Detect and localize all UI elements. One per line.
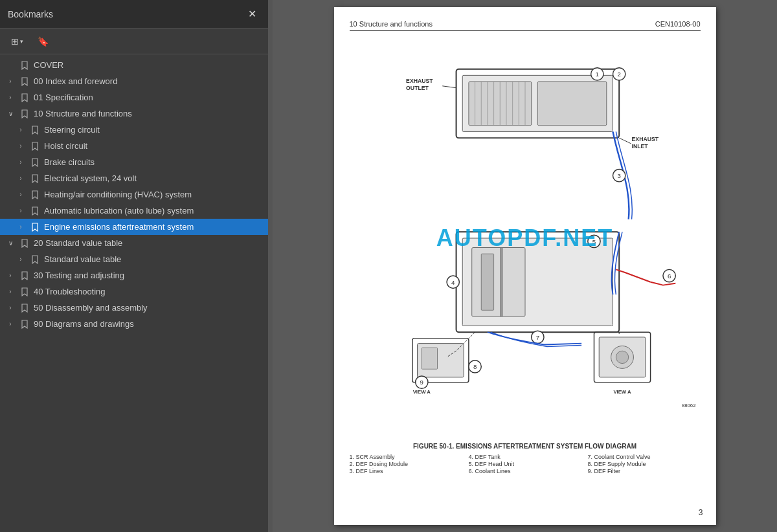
bottom-unit: 4 5 6 xyxy=(447,232,675,332)
page-header: 10 Structure and functions CEN10108-00 xyxy=(350,20,701,31)
svg-text:INLET: INLET xyxy=(631,143,648,150)
sidebar-toolbar: ⊞ ▾ 🔖 xyxy=(0,28,268,54)
bookmark-marker-icon xyxy=(19,77,30,86)
bookmark-item-10-structure[interactable]: ∨ 10 Structure and functions xyxy=(0,105,268,122)
svg-text:EXHAUST: EXHAUST xyxy=(631,136,659,142)
bookmark-item-emissions[interactable]: › Engine emissions aftertreatment system xyxy=(0,219,268,235)
svg-text:1: 1 xyxy=(595,71,598,78)
svg-point-42 xyxy=(616,351,628,363)
page-container: 10 Structure and functions CEN10108-00 xyxy=(273,0,777,532)
expand-arrow-icon: › xyxy=(16,191,26,198)
bookmark-label: 90 Diagrams and drawings xyxy=(34,319,263,329)
page-header-title: 10 Structure and functions xyxy=(350,20,433,28)
document-page: 10 Structure and functions CEN10108-00 xyxy=(334,7,716,525)
bookmark-label: Heating/air conditioning (HVAC) system xyxy=(44,190,263,199)
svg-text:EXHAUST: EXHAUST xyxy=(406,78,433,84)
bookmark-marker-icon xyxy=(30,255,40,264)
bookmark-item-electrical[interactable]: › Electrical system, 24 volt xyxy=(0,170,268,186)
expand-arrow-icon: › xyxy=(5,304,16,311)
svg-rect-27 xyxy=(471,248,524,316)
dropdown-arrow-icon: ▾ xyxy=(20,38,23,45)
legend-item: 5. DEF Head Unit xyxy=(469,461,581,467)
bookmark-list: COVER› 00 Index and foreword› 01 Specifi… xyxy=(0,54,268,532)
expand-arrow-icon: ∨ xyxy=(5,239,16,247)
svg-line-19 xyxy=(442,86,456,88)
bookmark-label: 50 Disassembly and assembly xyxy=(34,303,263,313)
bookmark-label: Automatic lubrication (auto lube) system xyxy=(44,206,263,216)
bookmark-marker-icon xyxy=(19,271,30,280)
top-unit: 1 2 EXHAUST OUTLET EXHAUST INLET xyxy=(406,68,659,219)
page-number: 3 xyxy=(699,508,703,517)
diagram-svg: 1 2 EXHAUST OUTLET EXHAUST INLET xyxy=(350,38,701,439)
expand-arrow-icon: › xyxy=(5,78,16,85)
expand-arrow-icon: › xyxy=(5,320,16,327)
bookmark-item-hoist[interactable]: › Hoist circuit xyxy=(0,138,268,154)
svg-rect-38 xyxy=(422,348,437,369)
bookmark-label: 01 Specification xyxy=(34,93,263,102)
bookmark-marker-icon xyxy=(19,93,30,102)
view-toggle-button[interactable]: ⊞ ▾ xyxy=(6,34,28,49)
bookmark-marker-icon xyxy=(30,158,40,167)
sidebar-title: Bookmarks xyxy=(8,9,53,19)
bookmark-icon: 🔖 xyxy=(38,36,49,47)
figure-legend: 1. SCR Assembly4. DEF Tank7. Coolant Con… xyxy=(350,454,701,474)
bookmark-label: 20 Standard value table xyxy=(34,238,263,248)
bookmark-label: Engine emissions aftertreatment system xyxy=(44,222,263,232)
bookmark-label: Brake circuits xyxy=(44,157,263,167)
bookmark-item-autolube[interactable]: › Automatic lubrication (auto lube) syst… xyxy=(0,203,268,219)
svg-rect-3 xyxy=(537,82,606,126)
svg-rect-28 xyxy=(481,254,493,310)
bookmark-item-40-trouble[interactable]: › 40 Troubleshooting xyxy=(0,283,268,300)
bookmark-item-brake[interactable]: › Brake circuits xyxy=(0,154,268,170)
bookmark-item-steering[interactable]: › Steering circuit xyxy=(0,122,268,138)
bookmark-marker-icon xyxy=(30,223,40,232)
bookmark-label: 00 Index and foreword xyxy=(34,76,263,86)
sidebar-header: Bookmarks ✕ xyxy=(0,0,268,28)
bookmark-marker-icon xyxy=(19,287,30,296)
legend-item: 4. DEF Tank xyxy=(469,454,581,460)
bookmark-item-50-disassembly[interactable]: › 50 Disassembly and assembly xyxy=(0,300,268,316)
main-content: 10 Structure and functions CEN10108-00 xyxy=(273,0,777,532)
expand-arrow-icon: › xyxy=(16,223,26,230)
svg-text:7: 7 xyxy=(535,334,539,341)
bookmark-item-cover[interactable]: COVER xyxy=(0,57,268,73)
expand-arrow-icon: › xyxy=(5,94,16,101)
bookmark-item-00-index[interactable]: › 00 Index and foreword xyxy=(0,73,268,89)
bookmark-item-90-diagrams[interactable]: › 90 Diagrams and drawings xyxy=(0,316,268,332)
bookmark-label: COVER xyxy=(34,60,263,70)
grid-icon: ⊞ xyxy=(11,36,19,47)
figure-caption: FIGURE 50-1. EMISSIONS AFTERTREATMENT SY… xyxy=(350,443,701,450)
svg-text:VIEW A: VIEW A xyxy=(412,389,431,395)
legend-item: 9. DEF Filter xyxy=(588,468,701,474)
svg-line-22 xyxy=(619,138,631,144)
svg-text:9: 9 xyxy=(420,379,423,386)
svg-text:4: 4 xyxy=(451,279,455,286)
expand-arrow-icon: › xyxy=(16,175,26,182)
expand-arrow-icon: › xyxy=(5,288,16,295)
svg-text:8: 8 xyxy=(473,363,476,370)
bookmark-marker-icon xyxy=(19,320,30,329)
bookmark-icon-button[interactable]: 🔖 xyxy=(33,34,53,49)
bookmark-marker-icon xyxy=(19,109,30,118)
close-button[interactable]: ✕ xyxy=(244,6,260,21)
legend-item: 7. Coolant Control Valve xyxy=(588,454,701,460)
bookmark-label: Steering circuit xyxy=(44,125,263,135)
bookmark-item-20-standard[interactable]: ∨ 20 Standard value table xyxy=(0,235,268,251)
bookmark-item-hvac[interactable]: › Heating/air conditioning (HVAC) system xyxy=(0,186,268,203)
svg-text:2: 2 xyxy=(617,71,620,78)
page-header-ref: CEN10108-00 xyxy=(655,20,701,28)
bookmark-label: 40 Troubleshooting xyxy=(34,287,263,296)
svg-text:3: 3 xyxy=(617,172,620,179)
bookmark-item-01-spec[interactable]: › 01 Specification xyxy=(0,89,268,105)
legend-item: 2. DEF Dosing Module xyxy=(350,461,462,467)
bookmark-item-30-testing[interactable]: › 30 Testing and adjusting xyxy=(0,267,268,283)
svg-text:6: 6 xyxy=(667,272,670,280)
bookmark-item-std-table[interactable]: › Standard value table xyxy=(0,251,268,267)
expand-arrow-icon: › xyxy=(5,272,16,279)
legend-item: 6. Coolant Lines xyxy=(469,468,581,474)
expand-arrow-icon: › xyxy=(16,142,26,150)
bookmark-label: 10 Structure and functions xyxy=(34,109,263,118)
svg-text:OUTLET: OUTLET xyxy=(406,85,429,91)
bookmark-marker-icon xyxy=(30,142,40,151)
sidebar: Bookmarks ✕ ⊞ ▾ 🔖 COVER› 00 Index and fo… xyxy=(0,0,269,532)
